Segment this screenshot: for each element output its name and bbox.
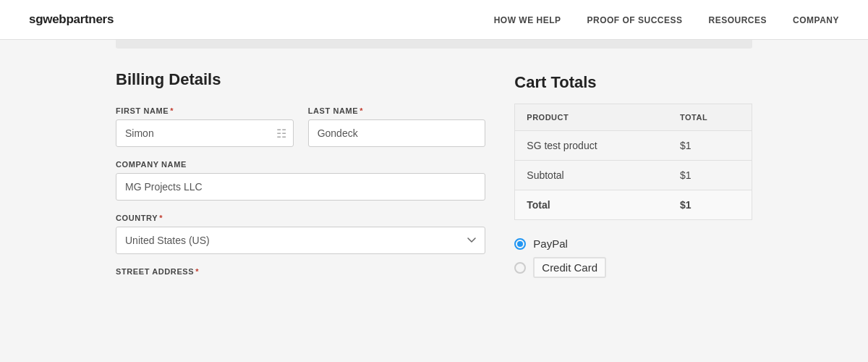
- cart-product-cell: Total: [515, 190, 668, 220]
- cart-product-cell: Subtotal: [515, 161, 668, 190]
- country-label: COUNTRY*: [116, 214, 485, 222]
- required-star-country: *: [159, 214, 163, 222]
- cart-table: PRODUCT TOTAL SG test product$1Subtotal$…: [514, 104, 752, 220]
- paypal-label: PayPal: [533, 237, 568, 250]
- cart-table-row: Total$1: [515, 190, 752, 220]
- cart-section: Cart Totals PRODUCT TOTAL SG test produc…: [514, 70, 752, 293]
- logo-light-text: partners: [66, 12, 114, 26]
- last-name-label: LAST NAME*: [308, 106, 486, 115]
- cart-table-row: SG test product$1: [515, 131, 752, 161]
- nav-link-company[interactable]: COMPANY: [793, 15, 839, 25]
- country-row: COUNTRY* United States (US) Canada Unite…: [116, 214, 485, 254]
- cart-total-cell: $1: [668, 190, 752, 220]
- nav-item-resources: RESOURCES: [709, 14, 767, 25]
- required-star-street: *: [195, 267, 199, 276]
- paypal-radio[interactable]: [514, 238, 526, 250]
- page-content: Billing Details FIRST NAME* ☷ LAST NAME*: [0, 49, 868, 315]
- country-group: COUNTRY* United States (US) Canada Unite…: [116, 214, 485, 254]
- nav-item-how-we-help: HOW WE HELP: [494, 14, 561, 25]
- first-name-input[interactable]: [116, 119, 294, 147]
- site-logo[interactable]: sgwebpartners: [29, 12, 114, 27]
- nav-item-proof-of-success: PROOF OF SUCCESS: [587, 14, 683, 25]
- billing-title: Billing Details: [116, 70, 485, 89]
- first-name-input-wrapper: ☷: [116, 119, 294, 147]
- cart-product-cell: SG test product: [515, 131, 668, 161]
- scroll-hint-bar: [116, 40, 752, 49]
- paypal-option[interactable]: PayPal: [514, 237, 752, 250]
- nav-link-resources[interactable]: RESOURCES: [709, 15, 767, 25]
- required-star: *: [170, 106, 174, 115]
- last-name-input[interactable]: [308, 119, 486, 147]
- last-name-group: LAST NAME*: [308, 106, 486, 147]
- nav-link-how-we-help[interactable]: HOW WE HELP: [494, 15, 561, 25]
- cart-total-cell: $1: [668, 131, 752, 161]
- payment-options: PayPal Credit Card: [514, 237, 752, 278]
- credit-card-radio[interactable]: [514, 262, 526, 274]
- credit-card-label: Credit Card: [533, 257, 606, 278]
- first-name-label: FIRST NAME*: [116, 106, 294, 115]
- person-icon: ☷: [276, 127, 286, 140]
- company-name-label: COMPANY NAME: [116, 160, 485, 169]
- logo-bold-text: sgweb: [29, 12, 66, 26]
- cart-title: Cart Totals: [514, 73, 752, 92]
- company-row: COMPANY NAME: [116, 160, 485, 201]
- street-address-label: STREET ADDRESS*: [116, 267, 485, 276]
- product-column-header: PRODUCT: [515, 104, 668, 131]
- country-select[interactable]: United States (US) Canada United Kingdom…: [116, 227, 485, 254]
- billing-section: Billing Details FIRST NAME* ☷ LAST NAME*: [116, 70, 485, 293]
- cart-table-header-row: PRODUCT TOTAL: [515, 104, 752, 131]
- company-name-group: COMPANY NAME: [116, 160, 485, 201]
- cart-table-row: Subtotal$1: [515, 161, 752, 190]
- nav-link-proof-of-success[interactable]: PROOF OF SUCCESS: [587, 15, 683, 25]
- name-row: FIRST NAME* ☷ LAST NAME*: [116, 106, 485, 147]
- required-star-ln: *: [359, 106, 363, 115]
- first-name-group: FIRST NAME* ☷: [116, 106, 294, 147]
- credit-card-option[interactable]: Credit Card: [514, 257, 752, 278]
- nav-item-company: COMPANY: [793, 14, 839, 25]
- street-address-row: STREET ADDRESS*: [116, 267, 485, 280]
- navigation: sgwebpartners HOW WE HELPPROOF OF SUCCES…: [0, 0, 868, 40]
- total-column-header: TOTAL: [668, 104, 752, 131]
- company-name-input[interactable]: [116, 173, 485, 201]
- cart-total-cell: $1: [668, 161, 752, 190]
- street-address-group: STREET ADDRESS*: [116, 267, 485, 280]
- nav-links-list: HOW WE HELPPROOF OF SUCCESSRESOURCESCOMP…: [494, 14, 839, 25]
